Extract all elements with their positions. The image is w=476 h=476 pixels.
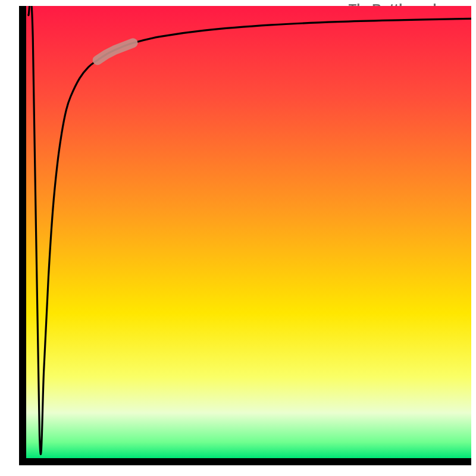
highlight-segment bbox=[98, 43, 133, 60]
curve-layer bbox=[26, 6, 471, 458]
plot-area bbox=[26, 6, 471, 458]
chart-container: TheBottleneck.com bbox=[0, 0, 476, 476]
y-axis bbox=[19, 6, 26, 464]
x-axis bbox=[19, 458, 471, 465]
bottleneck-curve bbox=[29, 6, 471, 454]
